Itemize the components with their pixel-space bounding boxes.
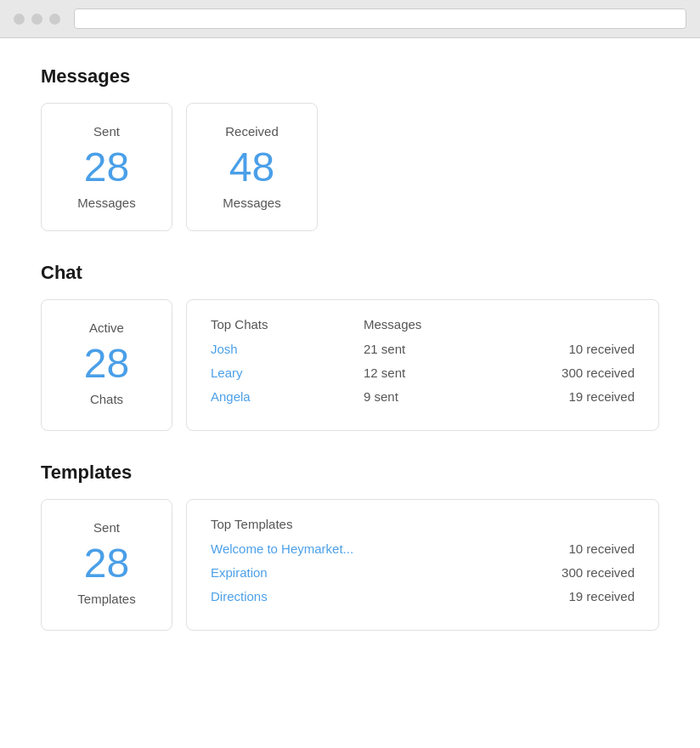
templates-row-2-received: 19 received: [533, 589, 635, 604]
chat-section-title: Chat: [41, 262, 659, 284]
chat-active-card: Active 28 Chats: [41, 299, 172, 431]
chat-col2-header: Messages: [364, 317, 635, 332]
chat-row-1: Leary 12 sent 300 received: [211, 366, 635, 381]
address-bar[interactable]: [74, 8, 686, 29]
templates-sent-number: 28: [84, 541, 129, 586]
templates-row-2: Directions 19 received: [211, 589, 635, 604]
templates-sent-label-bottom: Templates: [77, 592, 135, 606]
messages-received-label-top: Received: [225, 124, 279, 139]
chat-row-2-received: 19 received: [466, 389, 635, 404]
templates-row-0-name[interactable]: Welcome to Heymarket...: [211, 541, 353, 556]
chat-row-1-name[interactable]: Leary: [211, 366, 243, 380]
chat-row-2-name[interactable]: Angela: [211, 389, 251, 404]
templates-table-header: Top Templates: [211, 517, 635, 531]
chat-active-label-bottom: Chats: [90, 392, 123, 406]
templates-row-0-received: 10 received: [533, 541, 635, 556]
chat-row-0-sent: 21 sent: [364, 342, 466, 356]
messages-sent-label-top: Sent: [93, 124, 120, 139]
chat-table-card: Top Chats Messages Josh 21 sent 10 recei…: [186, 299, 659, 431]
templates-cards-row: Sent 28 Templates Top Templates Welcome …: [41, 499, 659, 631]
window-dot-green: [49, 14, 60, 25]
chat-row-0-received: 10 received: [466, 342, 635, 356]
messages-sent-label-bottom: Messages: [77, 196, 135, 210]
chat-row-0: Josh 21 sent 10 received: [211, 342, 635, 357]
messages-sent-card: Sent 28 Messages: [41, 103, 172, 231]
templates-section: Templates Sent 28 Templates Top Template…: [41, 462, 659, 631]
window-dot-red: [14, 14, 25, 25]
chat-table-header: Top Chats Messages: [211, 317, 635, 332]
messages-sent-number: 28: [84, 145, 129, 190]
templates-section-title: Templates: [41, 462, 659, 484]
templates-sent-card: Sent 28 Templates: [41, 499, 172, 631]
messages-received-label-bottom: Messages: [223, 196, 280, 210]
templates-row-0: Welcome to Heymarket... 10 received: [211, 541, 635, 557]
templates-col1-header: Top Templates: [211, 517, 635, 531]
chat-section: Chat Active 28 Chats Top Chats Messages …: [41, 262, 659, 431]
messages-received-card: Received 48 Messages: [186, 103, 318, 231]
templates-row-2-name[interactable]: Directions: [211, 589, 268, 604]
chat-col1-header: Top Chats: [211, 317, 364, 332]
messages-cards-row: Sent 28 Messages Received 48 Messages: [41, 103, 659, 231]
window-dot-yellow: [31, 14, 42, 25]
chat-active-label-top: Active: [89, 320, 124, 335]
templates-row-1-name[interactable]: Expiration: [211, 565, 268, 580]
templates-sent-label-top: Sent: [93, 520, 120, 535]
chat-row-1-sent: 12 sent: [364, 366, 466, 380]
chat-row-1-received: 300 received: [466, 366, 635, 380]
messages-received-number: 48: [229, 145, 274, 190]
templates-table-card: Top Templates Welcome to Heymarket... 10…: [186, 499, 659, 631]
chat-row-0-name[interactable]: Josh: [211, 342, 238, 356]
templates-row-1-received: 300 received: [533, 565, 635, 580]
main-content: Messages Sent 28 Messages Received 48 Me…: [0, 38, 700, 748]
chat-active-number: 28: [84, 342, 129, 387]
messages-section: Messages Sent 28 Messages Received 48 Me…: [41, 65, 659, 231]
chat-row-2: Angela 9 sent 19 received: [211, 389, 635, 405]
chat-row-2-sent: 9 sent: [364, 389, 466, 404]
templates-row-1: Expiration 300 received: [211, 565, 635, 581]
messages-section-title: Messages: [41, 65, 659, 88]
window-chrome: [0, 0, 700, 38]
chat-cards-row: Active 28 Chats Top Chats Messages Josh …: [41, 299, 659, 431]
